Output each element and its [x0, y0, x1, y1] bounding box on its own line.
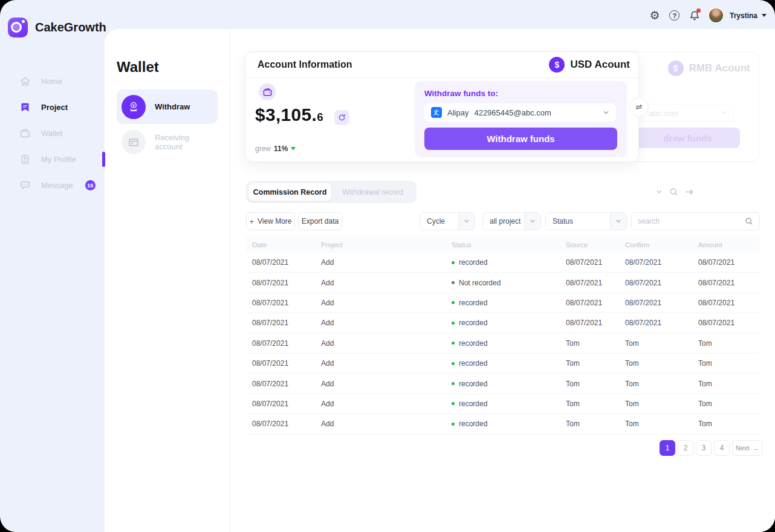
- search-icon[interactable]: [745, 217, 753, 225]
- rmb-account-switch[interactable]: $ RMB Acount: [668, 60, 750, 76]
- cell-status: recorded: [452, 359, 566, 368]
- user-menu-caret-icon[interactable]: [762, 14, 767, 17]
- cell-project: Add: [321, 279, 452, 287]
- cell-status: recorded: [452, 299, 566, 307]
- withdraw-funds-button[interactable]: Withdraw funds: [424, 128, 617, 150]
- sidebar-item-home[interactable]: Home: [0, 68, 105, 94]
- chevron-down-icon: [721, 110, 727, 116]
- sidebar-item-message[interactable]: Message 15: [0, 172, 105, 198]
- rmb-payee-select[interactable]: abc.com: [641, 104, 734, 122]
- chevron-down-icon: [458, 213, 475, 230]
- dollar-icon: $: [668, 60, 684, 76]
- payee-select[interactable]: Alipay 422965445@abc.com: [424, 103, 616, 122]
- cell-date: 08/07/2021: [252, 279, 321, 287]
- cell-date: 08/07/2021: [252, 258, 321, 267]
- cell-date: 08/07/2021: [252, 400, 321, 408]
- cell-confirm: Tom: [625, 420, 698, 428]
- cell-project: Add: [321, 359, 452, 368]
- column-header: Amount: [698, 241, 760, 248]
- cell-date: 08/07/2021: [252, 380, 321, 388]
- status-dot: [452, 423, 455, 426]
- page-button[interactable]: 3: [696, 440, 712, 456]
- cell-date: 08/07/2021: [252, 319, 321, 327]
- cell-date: 08/07/2021: [252, 299, 321, 307]
- cell-confirm: Tom: [625, 380, 698, 388]
- cell-source: 08/07/2021: [566, 299, 625, 307]
- cell-amount: 08/07/2021: [698, 299, 760, 307]
- settings-gear-icon[interactable]: ⚙: [648, 8, 661, 23]
- cell-date: 08/07/2021: [252, 339, 321, 348]
- cell-source: 08/07/2021: [566, 279, 625, 287]
- receiving-account-label: Receiving account: [155, 133, 218, 151]
- sidebar-item-wallet[interactable]: Wallet: [0, 120, 105, 146]
- tab-withdrawal-record[interactable]: Withdrawal record: [331, 183, 414, 201]
- project-filter-dropdown[interactable]: all project: [482, 212, 541, 230]
- cell-confirm: 08/07/2021: [625, 258, 698, 267]
- cell-status: recorded: [452, 420, 566, 428]
- avatar[interactable]: [708, 7, 724, 24]
- bank-card-icon: [122, 130, 146, 154]
- arrow-right-icon[interactable]: [685, 187, 694, 196]
- search-input[interactable]: [638, 217, 740, 225]
- table-row[interactable]: 08/07/2021 Add recorded Tom Tom Tom: [246, 414, 760, 434]
- chevron-down-icon: [603, 109, 609, 116]
- brand: CakeGrowth: [8, 18, 106, 37]
- cell-date: 08/07/2021: [252, 359, 321, 368]
- status-dot: [452, 281, 455, 284]
- table-row[interactable]: 08/07/2021 Add recorded 08/07/2021 08/07…: [246, 293, 760, 313]
- wallet-menu-item-receiving-account[interactable]: Receiving account: [117, 128, 218, 156]
- commission-table: DateProjectStatusSourceConfirmAmount 08/…: [246, 237, 760, 435]
- cell-status: Not recorded: [452, 279, 566, 287]
- account-information-card: Account Information $ USD Acount $3,105.…: [245, 51, 639, 162]
- page-button[interactable]: 1: [660, 440, 675, 456]
- table-row[interactable]: 08/07/2021 Add recorded Tom Tom Tom: [246, 394, 760, 414]
- sidebar-item-project[interactable]: Project: [0, 94, 105, 120]
- sidebar-item-my-profile[interactable]: My Profile: [0, 146, 105, 172]
- cell-confirm: 08/07/2021: [625, 279, 698, 287]
- next-page-button[interactable]: Next →: [732, 440, 762, 456]
- table-row[interactable]: 08/07/2021 Add recorded 08/07/2021 08/07…: [246, 313, 760, 333]
- cell-project: Add: [321, 380, 452, 388]
- wallet-menu-item-withdraw[interactable]: Withdraw: [117, 89, 218, 124]
- table-row[interactable]: 08/07/2021 Add recorded Tom Tom Tom: [246, 354, 760, 374]
- withdraw-panel: Withdraw funds to: Alipay 422965445@abc.…: [415, 81, 627, 157]
- page-button[interactable]: 4: [714, 440, 730, 456]
- rmb-withdraw-funds-button[interactable]: draw funds: [635, 128, 740, 148]
- export-data-button[interactable]: Export data: [298, 212, 342, 230]
- wallet-icon: [19, 128, 31, 139]
- cell-amount: Tom: [698, 359, 760, 368]
- cell-source: Tom: [566, 420, 625, 428]
- help-icon[interactable]: ?: [668, 8, 681, 23]
- swap-accounts-button[interactable]: [629, 97, 649, 117]
- cell-amount: 08/07/2021: [698, 279, 760, 287]
- status-filter-dropdown[interactable]: Status: [545, 212, 627, 230]
- tab-commission-record[interactable]: Commission Record: [248, 183, 331, 201]
- notifications-bell-icon[interactable]: [688, 8, 701, 23]
- cell-amount: 08/07/2021: [698, 319, 760, 327]
- page-button[interactable]: 2: [678, 440, 693, 456]
- plus-icon: +: [249, 217, 254, 226]
- view-more-button[interactable]: + View More: [246, 212, 295, 230]
- column-header: Status: [452, 241, 566, 248]
- table-row[interactable]: 08/07/2021 Add Not recorded 08/07/2021 0…: [246, 273, 760, 293]
- table-row[interactable]: 08/07/2021 Add recorded Tom Tom Tom: [246, 374, 760, 394]
- table-search: [631, 212, 760, 230]
- cell-project: Add: [321, 258, 452, 267]
- refresh-balance-button[interactable]: [334, 110, 349, 125]
- usd-account-switch[interactable]: $ USD Acount: [549, 57, 630, 73]
- search-icon[interactable]: [669, 187, 678, 196]
- pagination: 1234 Next →: [660, 440, 762, 456]
- status-dot: [452, 261, 455, 264]
- table-row[interactable]: 08/07/2021 Add recorded 08/07/2021 08/07…: [246, 253, 760, 273]
- cell-source: 08/07/2021: [566, 258, 625, 267]
- cell-amount: Tom: [698, 400, 760, 408]
- wallet-icon: [259, 83, 276, 100]
- chevron-down-icon: [610, 213, 626, 230]
- collapse-chevron-icon[interactable]: [656, 189, 663, 195]
- status-dot: [452, 322, 455, 325]
- table-row[interactable]: 08/07/2021 Add recorded Tom Tom Tom: [246, 334, 760, 354]
- status-dot: [452, 342, 455, 345]
- app-logo-icon: [8, 18, 28, 37]
- cell-confirm: Tom: [625, 400, 698, 408]
- cycle-filter-dropdown[interactable]: Cycle: [420, 212, 475, 230]
